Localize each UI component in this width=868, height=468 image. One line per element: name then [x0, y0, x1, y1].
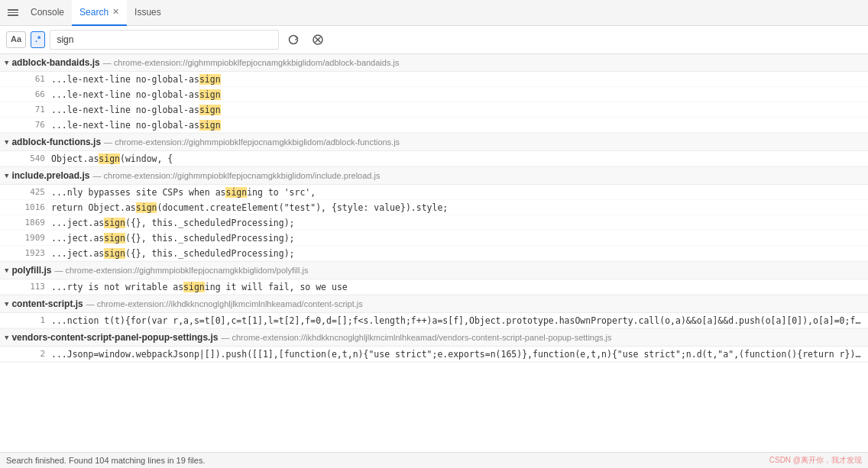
- result-line[interactable]: 71...le-next-line no-global-assign: [0, 102, 868, 118]
- search-match-highlight: sign: [199, 89, 221, 100]
- chevron-down-icon: ▼: [5, 59, 8, 66]
- chevron-down-icon: ▼: [5, 172, 8, 179]
- line-content: ...le-next-line no-global-assign: [51, 74, 221, 85]
- line-number: 1909: [18, 233, 45, 243]
- line-content: ...nction t(t){for(var r,a,s=t[0],c=t[1]…: [51, 315, 862, 326]
- file-name: content-script.js: [11, 299, 83, 309]
- file-path: — chrome-extension://gighmm​piobklfepjoc…: [103, 58, 400, 67]
- line-content: ...Jsonp=window.webpackJsonp|[]).push([[…: [51, 349, 862, 360]
- file-group: ▼content-script.js — chrome-extension://…: [0, 295, 868, 329]
- status-bar: Search finished. Found 104 matching line…: [0, 452, 868, 468]
- file-group: ▼polyfill.js — chrome-extension://gighmm…: [0, 262, 868, 295]
- line-content: ...rty is not writable assigning it will…: [51, 282, 348, 292]
- chevron-down-icon: ▼: [5, 300, 8, 308]
- search-match-highlight: sign: [199, 105, 221, 115]
- chevron-down-icon: ▼: [5, 138, 8, 146]
- tab-issues[interactable]: Issues: [127, 0, 169, 26]
- tab-console[interactable]: Console: [23, 0, 72, 26]
- file-path: — chrome-extension://gighmm​piobklfepjoc…: [54, 266, 308, 275]
- file-header[interactable]: ▼adblock-functions.js — chrome-extension…: [0, 134, 868, 151]
- result-line[interactable]: 66...le-next-line no-global-assign: [0, 87, 868, 102]
- line-number: 61: [18, 74, 45, 84]
- line-number: 2: [18, 349, 45, 359]
- tab-bar: Console Search ✕ Issues: [0, 0, 868, 26]
- line-content: ...nly bypasses site CSPs when assigning…: [51, 187, 316, 198]
- line-content: ...le-next-line no-global-assign: [51, 120, 221, 131]
- tab-search-label: Search: [79, 7, 108, 18]
- search-match-highlight: sign: [104, 218, 125, 228]
- file-name: include.preload.js: [11, 170, 89, 181]
- line-content: ...ject.assign({}, this._scheduledProces…: [51, 233, 295, 244]
- line-content: ...le-next-line no-global-assign: [51, 105, 221, 115]
- result-line[interactable]: 1016return Object.assign(document.create…: [0, 200, 868, 215]
- tab-search-close[interactable]: ✕: [112, 7, 119, 17]
- file-group: ▼include.preload.js — chrome-extension:/…: [0, 167, 868, 262]
- file-header[interactable]: ▼adblock-bandaids.js — chrome-extension:…: [0, 54, 868, 72]
- refresh-button[interactable]: [283, 32, 303, 47]
- line-number: 71: [18, 105, 45, 115]
- file-header[interactable]: ▼include.preload.js — chrome-extension:/…: [0, 167, 868, 185]
- result-line[interactable]: 1...nction t(t){for(var r,a,s=t[0],c=t[1…: [0, 313, 868, 328]
- result-line[interactable]: 1909...ject.assign({}, this._scheduledPr…: [0, 231, 868, 246]
- line-number: 66: [18, 89, 45, 99]
- result-line[interactable]: 76...le-next-line no-global-assign: [0, 118, 868, 133]
- search-match-highlight: sign: [104, 248, 125, 259]
- search-match-highlight: sign: [99, 153, 120, 164]
- search-match-highlight: sign: [225, 187, 247, 198]
- file-path: — chrome-extension://gighmm​piobklfepjoc…: [104, 137, 400, 147]
- use-regex-button[interactable]: .*: [31, 31, 45, 47]
- file-name: polyfill.js: [11, 265, 51, 276]
- file-header[interactable]: ▼content-script.js — chrome-extension://…: [0, 295, 868, 313]
- file-group: ▼vendors-content-script-panel-popup-sett…: [0, 329, 868, 363]
- search-input[interactable]: [50, 30, 279, 50]
- result-line[interactable]: 425...nly bypasses site CSPs when assign…: [0, 185, 868, 200]
- file-group: ▼adblock-bandaids.js — chrome-extension:…: [0, 54, 868, 134]
- file-name: vendors-content-script-panel-popup-setti…: [11, 332, 218, 343]
- line-number: 113: [18, 282, 45, 292]
- file-path: — chrome-extension://ikhdkkncnoglghljlkm…: [221, 333, 611, 342]
- line-content: Object.assign(window, {: [51, 153, 173, 164]
- result-line[interactable]: 2...Jsonp=window.webpackJsonp|[]).push([…: [0, 347, 868, 362]
- line-number: 1016: [18, 202, 45, 212]
- line-number: 1: [18, 315, 45, 325]
- chevron-down-icon: ▼: [5, 266, 8, 274]
- chevron-down-icon: ▼: [5, 334, 8, 341]
- search-match-highlight: sign: [199, 74, 221, 85]
- result-line[interactable]: 113...rty is not writable assigning it w…: [0, 279, 868, 295]
- line-content: ...ject.assign({}, this._scheduledProces…: [51, 218, 295, 228]
- file-header[interactable]: ▼polyfill.js — chrome-extension://gighmm…: [0, 262, 868, 279]
- toolbar: Aa .*: [0, 26, 868, 54]
- result-line[interactable]: 1869...ject.assign({}, this._scheduledPr…: [0, 215, 868, 231]
- file-name: adblock-bandaids.js: [11, 57, 99, 68]
- watermark: CSDN @离开你，我才发现: [769, 455, 862, 466]
- result-line[interactable]: 540Object.assign(window, {: [0, 151, 868, 166]
- tab-console-label: Console: [31, 7, 64, 18]
- file-name: adblock-functions.js: [11, 137, 101, 147]
- line-content: ...le-next-line no-global-assign: [51, 89, 221, 100]
- search-match-highlight: sign: [136, 202, 157, 213]
- clear-button[interactable]: [308, 32, 328, 47]
- search-match-highlight: sign: [199, 120, 221, 131]
- file-header[interactable]: ▼vendors-content-script-panel-popup-sett…: [0, 329, 868, 347]
- line-content: return Object.assign(document.createElem…: [51, 202, 448, 213]
- tab-search[interactable]: Search ✕: [72, 0, 127, 26]
- file-path: — chrome-extension://ikhdkkncnoglghljlkm…: [86, 299, 363, 308]
- status-text: Search finished. Found 104 matching line…: [6, 456, 206, 465]
- file-group: ▼adblock-functions.js — chrome-extension…: [0, 134, 868, 167]
- file-path: — chrome-extension://gighmm​piobklfepjoc…: [92, 171, 380, 180]
- search-match-highlight: sign: [104, 233, 125, 244]
- results-area: ▼adblock-bandaids.js — chrome-extension:…: [0, 54, 868, 452]
- search-match-highlight: sign: [183, 282, 205, 292]
- drag-handle[interactable]: [3, 5, 23, 21]
- result-line[interactable]: 1923...ject.assign({}, this._scheduledPr…: [0, 246, 868, 261]
- line-number: 1923: [18, 248, 45, 258]
- line-number: 540: [18, 153, 45, 163]
- result-line[interactable]: 61...le-next-line no-global-assign: [0, 72, 868, 87]
- line-number: 425: [18, 187, 45, 197]
- tab-issues-label: Issues: [134, 7, 161, 18]
- line-number: 1869: [18, 218, 45, 228]
- match-case-button[interactable]: Aa: [6, 31, 26, 47]
- line-content: ...ject.assign({}, this._scheduledProces…: [51, 248, 295, 259]
- line-number: 76: [18, 120, 45, 130]
